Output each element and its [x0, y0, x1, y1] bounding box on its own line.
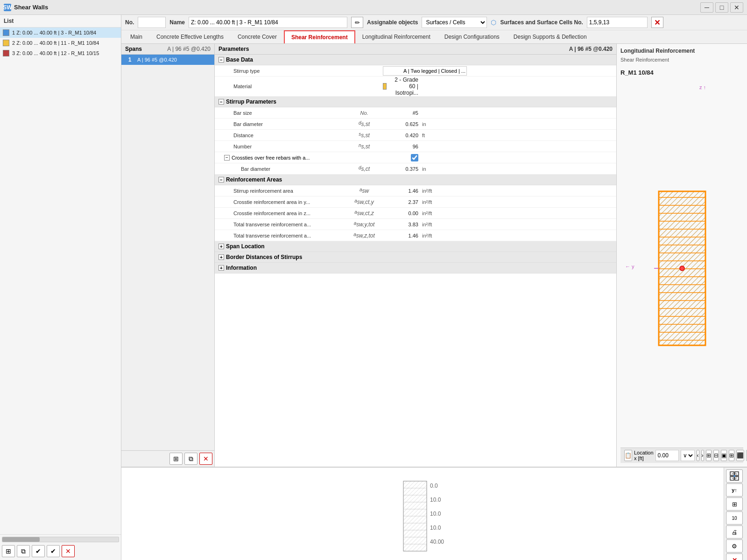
span-copy-button[interactable]: ⧉ — [184, 453, 197, 465]
param-row-number: Number ns,st 96 — [215, 141, 616, 152]
check-button-2[interactable]: ✔ — [47, 545, 60, 557]
zoom-fit-button[interactable]: ⊞ — [726, 497, 743, 511]
assignable-objects-select[interactable]: Surfaces / Cells — [422, 17, 487, 28]
tab-long-reinf[interactable]: Longitudinal Reinforcement — [355, 30, 437, 43]
crossties-checkbox[interactable] — [411, 154, 418, 161]
param-row-bar-diameter: Bar diameter ds,st 0.625 in — [215, 119, 616, 130]
surface-cells-input[interactable] — [587, 17, 648, 28]
param-unit-total-y: in²/ft — [420, 222, 448, 227]
param-symbol-ct-y: asw,ct,y — [345, 198, 383, 205]
params-body: − Base Data Stirrup type Materi — [215, 55, 616, 467]
left-panel-footer: ⊞ ⧉ ✔ ✔ ✕ — [0, 534, 121, 560]
tab-design-supp[interactable]: Design Supports & Deflection — [507, 30, 594, 43]
mini-wall-diagram — [401, 479, 429, 553]
param-row-total-z: Total transverse reinforcement a... asw,… — [215, 230, 616, 241]
viz-unit-select[interactable]: ∨ — [681, 450, 695, 461]
copy-button[interactable]: ⧉ — [17, 545, 30, 557]
window-title: Shear Walls — [14, 4, 48, 11]
no-input[interactable] — [138, 17, 166, 28]
name-label: Name — [169, 19, 185, 26]
span-item[interactable]: 1 A | 96 #5 @0.420 — [121, 55, 214, 65]
section-toggle-base-data[interactable]: − — [218, 57, 224, 63]
edit-name-button[interactable]: ✏ — [351, 17, 363, 28]
list-item[interactable]: 1 Z: 0.00 ... 40.00 ft | 3 - R_M1 10/84 — [0, 28, 121, 38]
tab-design-conf[interactable]: Design Configurations — [437, 30, 507, 43]
settings-bottom-button[interactable]: ⚙ — [726, 539, 743, 553]
param-symbol-ct-z: asw,ct,z — [345, 210, 383, 217]
viz-view1-button[interactable]: ▣ — [721, 450, 727, 461]
param-label-total-z: Total transverse reinforcement a... — [215, 231, 345, 240]
crossties-toggle[interactable]: − — [224, 155, 230, 161]
right-panel: No. Name ✏ Assignable objects Surfaces /… — [121, 15, 747, 560]
list-scrollbar[interactable] — [2, 537, 119, 542]
tab-concrete-cover[interactable]: Concrete Cover — [231, 30, 284, 43]
surface-clear-button[interactable]: ✕ — [651, 17, 663, 28]
section-reinf-areas[interactable]: − Reinforcement Areas — [215, 175, 616, 185]
param-val-number: 96 — [383, 144, 420, 149]
param-val-total-z: 1.46 — [383, 233, 420, 238]
print-bottom-button[interactable]: 🖨 — [726, 525, 743, 539]
close-button[interactable]: ✕ — [730, 2, 743, 13]
stirrup-type-input[interactable] — [383, 66, 467, 76]
viz-long-label: Longitudinal Reinforcement — [620, 48, 743, 54]
tab-concrete-eff[interactable]: Concrete Effective Lengths — [149, 30, 231, 43]
span-delete-button[interactable]: ✕ — [199, 453, 212, 465]
list-color-1 — [3, 29, 9, 36]
name-input[interactable] — [189, 17, 347, 28]
viz-view3-button[interactable]: ⬛ — [736, 450, 744, 461]
param-symbol-total-z: asw,z,tot — [345, 232, 383, 239]
param-val-ct-y: 2.37 — [383, 199, 420, 205]
title-bar: SW Shear Walls ─ □ ✕ — [0, 0, 747, 15]
viz-filter-button[interactable]: ⊞ — [706, 450, 712, 461]
list-item[interactable]: 3 Z: 0.00 ... 40.00 ft | 12 - R_M1 10/15 — [0, 48, 121, 58]
section-stirrup-params[interactable]: − Stirrup Parameters — [215, 97, 616, 107]
section-span-location[interactable]: + Span Location — [215, 241, 616, 252]
param-val-crosstie-diam: 0.375 — [383, 166, 420, 172]
param-symbol-stirrup-area: asw — [345, 187, 383, 194]
param-label-number: Number — [215, 142, 345, 151]
param-label-bar-diam: Bar diameter — [215, 120, 345, 128]
bottom-right-tools: y↑ ⊞ 10 🖨 ⚙ ✕ — [724, 468, 747, 560]
tab-main[interactable]: Main — [123, 30, 149, 43]
minimize-button[interactable]: ─ — [700, 2, 713, 13]
section-toggle-information[interactable]: + — [218, 265, 224, 271]
viz-next-button[interactable]: › — [701, 450, 704, 461]
param-row-crossties: − Crossties over free rebars with a... — [215, 152, 616, 163]
list-item-text-1: 1 Z: 0.00 ... 40.00 ft | 3 - R_M1 10/84 — [12, 30, 96, 35]
viz-filter2-button[interactable]: ⊟ — [713, 450, 719, 461]
param-symbol-crosstie-diam: ds,ct — [345, 165, 383, 172]
assignable-objects-label: Assignable objects — [367, 19, 418, 26]
section-toggle-border-distances[interactable]: + — [218, 254, 224, 260]
section-toggle-stirrup-params[interactable]: − — [218, 99, 224, 105]
tab-shear-reinf[interactable]: Shear Reinforcement — [284, 30, 355, 43]
viz-location-input[interactable] — [655, 450, 679, 461]
maximize-button[interactable]: □ — [715, 2, 728, 13]
section-toggle-reinf-areas[interactable]: − — [218, 177, 224, 182]
param-unit-ct-z: in²/ft — [420, 210, 448, 216]
viz-export-button[interactable]: 📋 — [624, 450, 632, 461]
span-add-button[interactable]: ⊞ — [169, 453, 183, 465]
section-base-data[interactable]: − Base Data — [215, 55, 616, 65]
param-row-stirrup-type: Stirrup type — [215, 65, 616, 77]
section-toggle-span-location[interactable]: + — [218, 244, 224, 249]
footer-buttons: ⊞ ⧉ ✔ ✔ ✕ — [2, 544, 119, 558]
close-bottom-button[interactable]: ✕ — [726, 553, 743, 560]
check-button-1[interactable]: ✔ — [32, 545, 45, 557]
section-information[interactable]: + Information — [215, 263, 616, 273]
spans-header-label: Spans — [125, 46, 142, 52]
params-header-label: Parameters — [218, 46, 249, 52]
viz-prev-button[interactable]: ‹ — [697, 450, 699, 461]
new-item-button[interactable]: ⊞ — [2, 545, 15, 557]
params-header-value: A | 96 #5 @0.420 — [569, 46, 613, 52]
scale-button[interactable]: 10 — [726, 511, 743, 525]
section-border-distances[interactable]: + Border Distances of Stirrups — [215, 252, 616, 263]
delete-button[interactable]: ✕ — [62, 545, 75, 557]
grid-view-button[interactable] — [726, 469, 743, 483]
surface-cells-label: Surfaces and Surface Cells No. — [500, 19, 583, 26]
list-color-2 — [3, 40, 9, 46]
y-axis-button[interactable]: y↑ — [726, 483, 743, 497]
list-item[interactable]: 2 Z: 0.00 ... 40.00 ft | 11 - R_M1 10/84 — [0, 38, 121, 48]
viz-view2-button[interactable]: ⊞ — [729, 450, 734, 461]
param-val-bar-diam: 0.625 — [383, 121, 420, 127]
param-row-ct-z: Crosstie reinforcement area in z... asw,… — [215, 208, 616, 219]
